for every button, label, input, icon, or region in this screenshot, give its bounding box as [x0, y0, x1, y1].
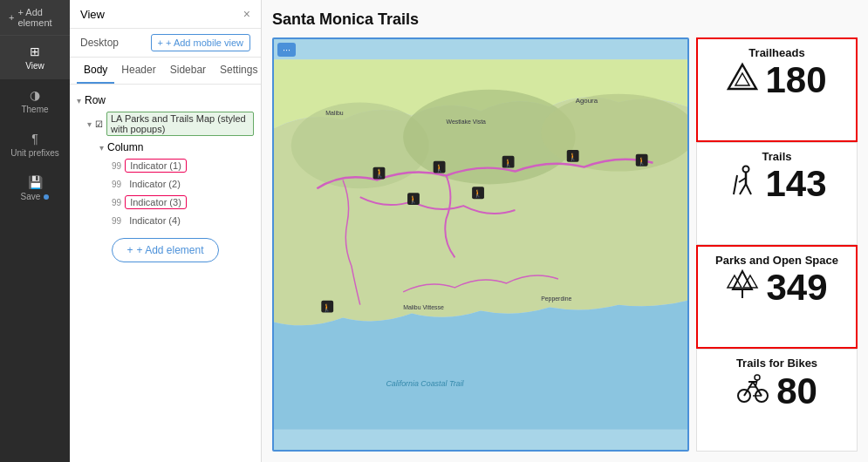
row-label: ▾ Row — [70, 92, 261, 109]
tab-body[interactable]: Body — [77, 58, 114, 84]
theme-icon: ◑ — [30, 88, 40, 102]
svg-line-31 — [740, 184, 746, 194]
svg-point-28 — [743, 166, 749, 172]
indicator-1-item[interactable]: 99 Indicator (1) — [70, 156, 261, 175]
content-row: 🚶 🚶 🚶 🚶 🚶 🚶 🚶 🚶 — [272, 37, 858, 452]
svg-text:Malibu Vittesse: Malibu Vittesse — [403, 304, 444, 310]
bikes-icon — [736, 371, 769, 411]
indicator-3-label[interactable]: Indicator (3) — [125, 195, 187, 209]
indicator-99-3-icon: 99 — [112, 198, 121, 207]
sidebar-item-view[interactable]: ⊞ View — [0, 36, 70, 79]
parks-icon — [726, 268, 759, 308]
panel-sub-header: Desktop + + Add mobile view — [70, 29, 261, 58]
svg-text:Pepperdine: Pepperdine — [541, 296, 571, 302]
plus-mobile-icon: + — [158, 37, 163, 48]
parks-value-row: 349 — [726, 268, 827, 308]
add-mobile-label: + Add mobile view — [166, 37, 243, 48]
add-mobile-view-button[interactable]: + + Add mobile view — [151, 34, 250, 51]
map-placeholder: 🚶 🚶 🚶 🚶 🚶 🚶 🚶 🚶 — [274, 39, 687, 450]
indicator-3-item[interactable]: 99 Indicator (3) — [70, 193, 261, 212]
map-options-button[interactable]: ··· — [277, 43, 296, 57]
trails-label: Trails — [762, 150, 792, 163]
sidebar-item-save[interactable]: 💾 Save — [0, 166, 70, 210]
indicator-99-4-icon: 99 — [112, 216, 121, 226]
sidebar-unit-label: Unit prefixes — [10, 148, 59, 158]
sidebar-view-label: View — [25, 61, 44, 71]
sidebar-theme-label: Theme — [21, 105, 48, 114]
column-label: ▾ Column — [70, 139, 261, 156]
trails-number: 143 — [765, 166, 826, 202]
indicator-card-parks: Parks and Open Space 349 — [696, 245, 858, 350]
add-element-top-button[interactable]: + + Add element — [0, 0, 70, 36]
bikes-label: Trails for Bikes — [736, 357, 817, 370]
parks-label: Parks and Open Space — [715, 254, 838, 267]
indicator-99-2-icon: 99 — [112, 180, 121, 189]
svg-text:🚶: 🚶 — [434, 163, 445, 173]
trailheads-value-row: 180 — [727, 61, 826, 99]
panel-header: View × — [70, 0, 261, 29]
row-text: Row — [85, 94, 106, 106]
tab-settings[interactable]: Settings — [213, 58, 264, 84]
trailheads-label: Trailheads — [748, 46, 804, 59]
chevron-row-icon: ▾ — [77, 96, 81, 105]
svg-text:🚶: 🚶 — [473, 188, 483, 199]
unit-icon: ¶ — [31, 132, 38, 146]
desktop-label: Desktop — [80, 37, 119, 49]
page-title: Santa Monica Trails — [272, 10, 858, 29]
save-dot-indicator — [44, 194, 49, 200]
sidebar-save-label: Save — [21, 192, 41, 201]
svg-line-40 — [744, 382, 753, 396]
svg-text:Malibu: Malibu — [325, 110, 344, 116]
save-icon: 💾 — [28, 175, 43, 189]
chevron-column-icon: ▾ — [99, 143, 104, 153]
svg-text:🚶: 🚶 — [568, 152, 578, 162]
plus-icon: + — [9, 12, 14, 23]
indicator-card-bikes: Trails for Bikes — [696, 349, 858, 452]
indicator-99-1-icon: 99 — [112, 161, 121, 171]
indicator-1-label[interactable]: Indicator (1) — [125, 159, 187, 173]
panel-content: ▾ Row ▾ ☑ LA Parks and Trails Map (style… — [70, 85, 261, 462]
add-element-label: + Add element — [17, 7, 61, 28]
svg-line-32 — [746, 184, 751, 194]
map-tree-item[interactable]: ▾ ☑ LA Parks and Trails Map (styled with… — [70, 109, 261, 139]
map-item-label[interactable]: LA Parks and Trails Map (styled with pop… — [106, 112, 254, 136]
sidebar-item-theme[interactable]: ◑ Theme — [0, 79, 70, 123]
bikes-number: 80 — [776, 373, 817, 410]
view-panel: View × Desktop + + Add mobile view Body … — [70, 0, 262, 462]
plus-add-icon: + — [126, 244, 133, 256]
panel-close-button[interactable]: × — [243, 7, 250, 21]
indicator-4-item[interactable]: 99 Indicator (4) — [70, 212, 261, 229]
column-text: Column — [107, 141, 143, 153]
svg-text:🚶: 🚶 — [374, 167, 386, 179]
panel-tabs: Body Header Sidebar Settings — [70, 58, 261, 85]
svg-text:🚶: 🚶 — [322, 302, 332, 313]
svg-marker-34 — [733, 271, 752, 289]
indicators-panel: Trailheads 180 Trails — [696, 37, 858, 452]
indicator-4-label[interactable]: Indicator (4) — [125, 214, 185, 227]
sidebar-item-unit-prefixes[interactable]: ¶ Unit prefixes — [0, 123, 70, 166]
chevron-map-icon: ▾ — [87, 119, 92, 129]
tab-sidebar[interactable]: Sidebar — [163, 58, 213, 84]
svg-text:🚶: 🚶 — [637, 156, 647, 166]
svg-text:🚶: 🚶 — [503, 158, 514, 168]
trailheads-icon — [727, 61, 758, 99]
main-content: Santa Monica Trails — [262, 0, 868, 462]
map-container[interactable]: 🚶 🚶 🚶 🚶 🚶 🚶 🚶 🚶 — [272, 37, 689, 452]
indicator-card-trails: Trails 143 — [696, 142, 858, 245]
indicator-card-trailheads: Trailheads 180 — [696, 37, 858, 142]
tab-header[interactable]: Header — [114, 58, 162, 84]
trails-value-row: 143 — [727, 165, 826, 204]
parks-number: 349 — [766, 269, 827, 306]
svg-point-44 — [755, 375, 760, 380]
indicator-2-item[interactable]: 99 Indicator (2) — [70, 175, 261, 193]
svg-line-33 — [734, 175, 737, 194]
left-sidebar: + + Add element ⊞ View ◑ Theme ¶ Unit pr… — [0, 0, 70, 462]
indicator-2-label[interactable]: Indicator (2) — [125, 178, 185, 190]
panel-title: View — [80, 8, 105, 21]
trails-icon — [727, 165, 758, 204]
svg-text:Westlake Vista: Westlake Vista — [447, 119, 487, 125]
view-icon: ⊞ — [30, 44, 40, 58]
trailheads-number: 180 — [765, 62, 826, 99]
svg-text:🚶: 🚶 — [408, 194, 419, 205]
add-element-button[interactable]: + + Add element — [112, 238, 218, 262]
